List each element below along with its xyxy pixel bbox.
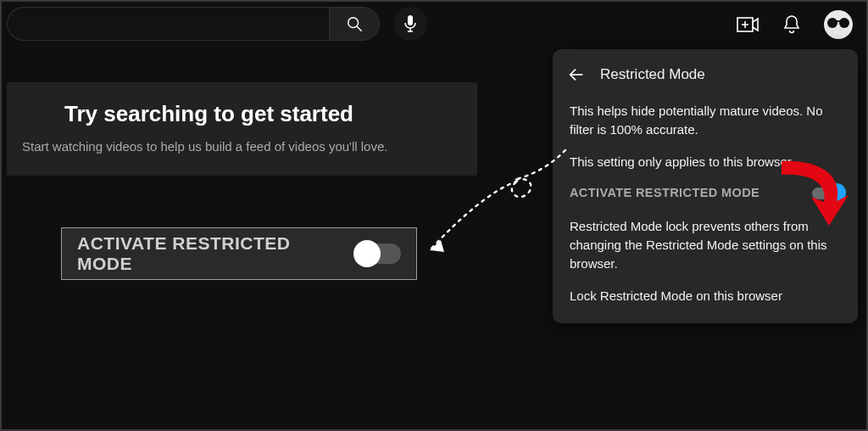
panel-header: Restricted Mode: [553, 58, 858, 97]
activate-restricted-mode-label: ACTIVATE RESTRICTED MODE: [77, 233, 340, 274]
activate-restricted-mode-highlight: ACTIVATE RESTRICTED MODE: [61, 227, 417, 280]
create-video-icon: [737, 16, 759, 33]
search-button[interactable]: [329, 7, 380, 41]
back-button[interactable]: [566, 64, 587, 85]
panel-desc-1: This helps hide potentially mature video…: [570, 102, 841, 139]
voice-search-button[interactable]: [393, 7, 427, 41]
arrow-left-icon: [567, 65, 586, 84]
top-bar: [7, 7, 861, 48]
svg-rect-2: [408, 15, 413, 25]
restricted-mode-panel: Restricted Mode This helps hide potentia…: [553, 49, 858, 323]
empty-state-title: Try searching to get started: [64, 101, 462, 127]
search-input[interactable]: [7, 7, 329, 41]
create-button[interactable]: [736, 13, 760, 36]
empty-state-subtitle: Start watching videos to help us build a…: [22, 139, 462, 154]
panel-desc-2: This setting only applies to this browse…: [570, 153, 841, 171]
svg-line-1: [357, 26, 361, 31]
top-right-icons: [736, 10, 853, 39]
panel-body: This helps hide potentially mature video…: [553, 97, 858, 305]
panel-toggle-row: ACTIVATE RESTRICTED MODE: [570, 184, 841, 202]
activate-restricted-mode-toggle[interactable]: [812, 188, 841, 199]
empty-state-card: Try searching to get started Start watch…: [7, 82, 477, 176]
svg-marker-9: [430, 240, 444, 252]
activate-restricted-mode-toggle-big[interactable]: [357, 243, 401, 264]
panel-toggle-label: ACTIVATE RESTRICTED MODE: [570, 184, 760, 202]
search-icon: [345, 14, 364, 33]
panel-desc-3: Restricted Mode lock prevents others fro…: [570, 217, 841, 272]
notifications-button[interactable]: [780, 13, 804, 36]
account-avatar[interactable]: [824, 10, 853, 39]
mic-icon: [403, 14, 418, 33]
bell-icon: [782, 14, 801, 35]
panel-title: Restricted Mode: [600, 66, 705, 83]
lock-restricted-mode-link[interactable]: Lock Restricted Mode on this browser: [570, 287, 841, 305]
search-box: [7, 7, 380, 41]
